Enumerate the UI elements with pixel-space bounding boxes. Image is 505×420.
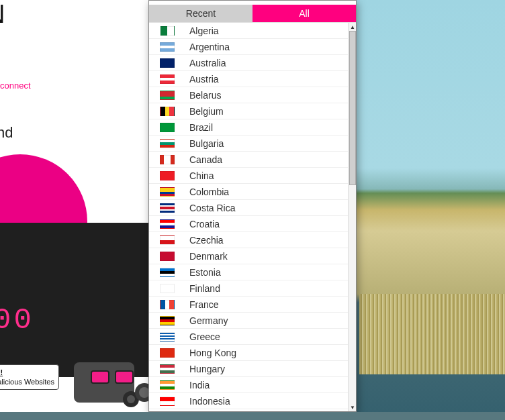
- flag-ar-icon: [160, 42, 175, 52]
- country-label: Croatia: [189, 219, 220, 229]
- tooltip-body: Malicious Websites: [0, 378, 54, 386]
- country-label: Algeria: [189, 25, 219, 36]
- tab-all[interactable]: All: [252, 5, 356, 22]
- country-label: Costa Rica: [189, 203, 235, 213]
- country-row-hu[interactable]: Hungary: [149, 361, 348, 377]
- country-label: Australia: [189, 58, 226, 68]
- country-row-id[interactable]: Indonesia: [149, 393, 348, 409]
- flag-hr-icon: [160, 219, 175, 229]
- connect-link[interactable]: connect: [0, 81, 31, 91]
- flag-hk-icon: [160, 348, 175, 358]
- country-row-be[interactable]: Belgium: [149, 103, 348, 119]
- glasses-icon: [91, 370, 136, 388]
- country-label: France: [189, 299, 219, 310]
- dropdown-tabs: Recent All: [149, 5, 356, 22]
- country-row-cz[interactable]: Czechia: [149, 232, 348, 248]
- country-label: Greece: [189, 331, 220, 342]
- country-label: Argentina: [189, 42, 230, 52]
- country-row-fr[interactable]: France: [149, 297, 348, 313]
- country-row-br[interactable]: Brazil: [149, 119, 348, 136]
- country-row-at[interactable]: Austria: [149, 71, 348, 87]
- scroll-down-button[interactable]: ▼: [349, 403, 356, 411]
- flag-ee-icon: [160, 268, 175, 277]
- scroll-up-button[interactable]: ▲: [349, 23, 356, 31]
- tooltip-heading: on!: [0, 368, 3, 376]
- flag-hu-icon: [160, 364, 175, 374]
- country-row-au[interactable]: Australia: [149, 55, 348, 71]
- country-row-co[interactable]: Colombia: [149, 184, 348, 200]
- flag-dz-icon: [160, 26, 175, 36]
- country-label: Austria: [189, 74, 219, 85]
- flag-de-icon: [160, 316, 175, 325]
- country-row-bg[interactable]: Bulgaria: [149, 136, 348, 152]
- tab-recent[interactable]: Recent: [149, 5, 252, 22]
- flag-id-icon: [160, 397, 175, 406]
- country-label: Denmark: [189, 251, 228, 262]
- country-label: India: [189, 380, 210, 390]
- wallpaper-grass: [359, 294, 505, 374]
- flag-bg-icon: [160, 139, 175, 148]
- country-row-ar[interactable]: Argentina: [149, 39, 348, 55]
- country-row-gr[interactable]: Greece: [149, 329, 348, 345]
- country-row-ee[interactable]: Estonia: [149, 264, 348, 280]
- flag-cz-icon: [160, 235, 175, 245]
- country-row-de[interactable]: Germany: [149, 313, 348, 329]
- country-label: Indonesia: [189, 396, 230, 407]
- country-row-dz[interactable]: Algeria: [149, 23, 348, 39]
- country-list-wrap: AlgeriaArgentinaAustraliaAustriaBelarusB…: [149, 22, 356, 411]
- country-list[interactable]: AlgeriaArgentinaAustraliaAustriaBelarusB…: [149, 23, 348, 411]
- country-label: Belarus: [189, 90, 221, 101]
- country-dropdown: Recent All AlgeriaArgentinaAustraliaAust…: [148, 0, 357, 412]
- country-label: Estonia: [189, 267, 221, 278]
- status-text: nd: [0, 124, 13, 142]
- flag-cn-icon: [160, 171, 175, 180]
- flag-be-icon: [160, 107, 175, 116]
- flag-cr-icon: [160, 203, 175, 213]
- country-row-fi[interactable]: Finland: [149, 280, 348, 297]
- country-label: Belgium: [189, 106, 224, 117]
- country-label: Colombia: [189, 187, 229, 197]
- country-row-hk[interactable]: Hong Kong: [149, 345, 348, 361]
- threat-protection-tooltip: on! Malicious Websites: [0, 364, 59, 390]
- flag-ca-icon: [160, 155, 175, 164]
- country-label: Germany: [189, 315, 228, 326]
- timer-digits: 00: [0, 303, 34, 337]
- country-row-in[interactable]: India: [149, 377, 348, 393]
- flag-at-icon: [160, 74, 175, 84]
- app-title: N: [0, 0, 4, 29]
- scroll-thumb[interactable]: [349, 31, 356, 185]
- vpn-app-window: N connect nd 00 on! Malicious Websites: [0, 0, 151, 420]
- country-label: China: [189, 170, 214, 181]
- country-label: Finland: [189, 283, 220, 294]
- flag-by-icon: [160, 91, 175, 100]
- flag-fi-icon: [160, 284, 175, 293]
- flag-in-icon: [160, 380, 175, 390]
- country-label: Canada: [189, 154, 222, 165]
- flag-gr-icon: [160, 332, 175, 342]
- scrollbar[interactable]: ▲ ▼: [348, 23, 356, 411]
- flag-dk-icon: [160, 252, 175, 261]
- country-label: Bulgaria: [189, 138, 224, 149]
- svg-point-2: [127, 395, 135, 403]
- flag-fr-icon: [160, 300, 175, 309]
- country-row-by[interactable]: Belarus: [149, 87, 348, 103]
- country-row-ca[interactable]: Canada: [149, 152, 348, 168]
- stats-panel: [0, 223, 151, 377]
- flag-co-icon: [160, 187, 175, 197]
- country-label: Hungary: [189, 364, 225, 374]
- country-row-dk[interactable]: Denmark: [149, 248, 348, 264]
- country-label: Hong Kong: [189, 348, 236, 358]
- country-row-hr[interactable]: Croatia: [149, 216, 348, 232]
- country-label: Brazil: [189, 122, 213, 133]
- bottom-strip: [0, 412, 505, 420]
- flag-br-icon: [160, 123, 175, 132]
- flag-au-icon: [160, 58, 175, 68]
- country-row-cr[interactable]: Costa Rica: [149, 200, 348, 216]
- country-row-cn[interactable]: China: [149, 168, 348, 184]
- country-label: Czechia: [189, 235, 224, 246]
